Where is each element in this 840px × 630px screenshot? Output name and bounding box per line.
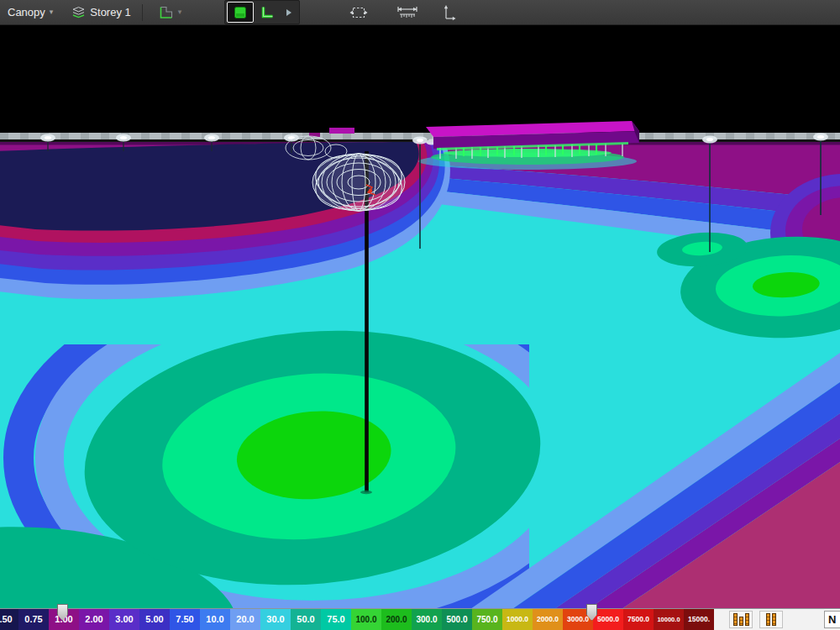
storey-dropdown[interactable]: Storey 1 — [66, 2, 136, 24]
chevron-down-icon: ▾ — [178, 8, 182, 16]
toolbar: Canopy ▾ Storey 1 ▾ — [0, 0, 840, 25]
false-colour-edge-button[interactable] — [254, 2, 281, 23]
canopy-dropdown[interactable]: Canopy ▾ — [2, 2, 59, 24]
green-angle-icon — [260, 6, 274, 19]
bar-icon — [772, 613, 776, 626]
legend-segment: 75.0 — [321, 609, 351, 630]
legend-segment: 7500.0 — [623, 609, 654, 630]
selection-area-button[interactable] — [344, 2, 374, 24]
legend-segment: 2.00 — [79, 609, 109, 630]
display-mode-group — [224, 0, 300, 24]
legend-segment: 20.0 — [230, 609, 260, 630]
green-square-icon — [234, 6, 247, 19]
legend-segment: 2000.0 — [533, 609, 563, 630]
expand-tools-button[interactable] — [281, 2, 297, 23]
false-colour-surface-button[interactable] — [227, 2, 254, 23]
floor-plan-icon — [159, 6, 174, 19]
measure-height-button[interactable] — [436, 2, 463, 24]
legend-segment: 30.0 — [260, 609, 291, 630]
storey-dropdown-label: Storey 1 — [90, 6, 130, 18]
n-button[interactable]: N — [824, 611, 840, 628]
chevron-down-icon: ▾ — [50, 8, 54, 16]
canopy-dropdown-label: Canopy — [8, 6, 45, 18]
bar-icon — [739, 617, 743, 626]
legend-segment: 200.0 — [381, 609, 412, 630]
legend-segment: 15000. — [684, 609, 714, 630]
legend-tools — [729, 611, 783, 628]
application-window: Canopy ▾ Storey 1 ▾ — [0, 0, 840, 630]
bar-icon — [745, 613, 749, 626]
legend-segment: 5000.0 — [593, 609, 623, 630]
3d-viewport[interactable] — [0, 25, 840, 609]
view-mode-dropdown[interactable]: ▾ — [153, 2, 188, 24]
legend-tool-button-1[interactable] — [729, 611, 753, 628]
legend-segment: 10000.0 — [654, 609, 684, 630]
legend-segment: 10.0 — [200, 609, 230, 630]
legend-segment: 100.0 — [351, 609, 381, 630]
scene-svg — [0, 25, 840, 609]
sky — [0, 25, 840, 142]
legend-segment: 50.0 — [291, 609, 321, 630]
legend-segment: 0.75 — [18, 609, 49, 630]
legend-segment: 3.00 — [109, 609, 139, 630]
legend-segment: 300.0 — [412, 609, 442, 630]
measure-width-icon — [396, 5, 418, 19]
measure-height-icon — [442, 4, 457, 21]
legend-segment: 7.50 — [170, 609, 200, 630]
legend-tool-button-2[interactable] — [759, 611, 783, 628]
distant-structure — [329, 128, 354, 134]
bar-icon — [733, 613, 738, 626]
legend-segment: 750.0 — [472, 609, 502, 630]
selection-area-icon — [349, 5, 368, 20]
legend-segment: 1000.0 — [502, 609, 533, 630]
toolbar-separator — [142, 4, 143, 21]
legend-segment: 5.00 — [139, 609, 170, 630]
legend-segment: 500.0 — [442, 609, 472, 630]
legend-scale: 0.500.751.002.003.005.007.5010.020.030.0… — [0, 609, 840, 630]
play-icon — [286, 8, 292, 17]
storey-stack-icon — [71, 6, 86, 19]
false-colour-legend: 0.500.751.002.003.005.007.5010.020.030.0… — [0, 608, 840, 630]
legend-segment: 0.50 — [0, 609, 18, 630]
bar-icon — [766, 613, 770, 626]
measure-width-button[interactable] — [391, 2, 424, 24]
